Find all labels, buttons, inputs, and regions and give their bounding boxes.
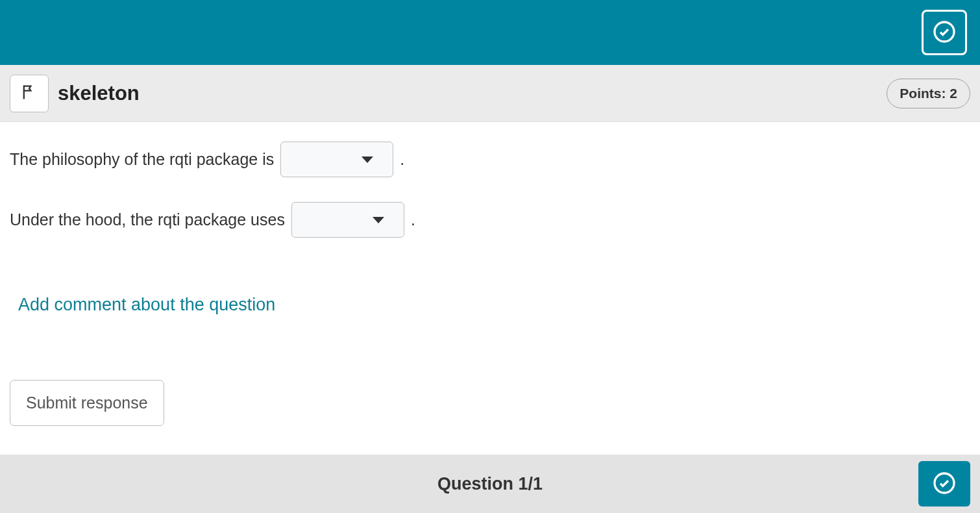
caret-down-icon (373, 217, 384, 223)
question-title: skeleton (58, 82, 140, 105)
question-header: skeleton Points: 2 (0, 65, 980, 122)
question-content: The philosophy of the rqti package is . … (0, 122, 980, 455)
finish-test-button[interactable] (922, 10, 967, 55)
top-bar (0, 0, 980, 65)
points-badge: Points: 2 (887, 79, 970, 108)
check-circle-icon (933, 20, 956, 45)
question-progress: Question 1/1 (437, 474, 543, 494)
sentence-1: The philosophy of the rqti package is . (10, 142, 970, 177)
dropdown-2[interactable] (291, 202, 404, 238)
caret-down-icon (361, 156, 373, 163)
check-circle-icon (933, 471, 956, 497)
sentence-2-text-before: Under the hood, the rqti package uses (10, 210, 285, 229)
footer-bar: Question 1/1 (0, 455, 980, 513)
sentence-2-text-after: . (411, 210, 415, 229)
footer-finish-button[interactable] (918, 461, 970, 507)
add-comment-link[interactable]: Add comment about the question (18, 295, 275, 315)
submit-response-button[interactable]: Submit response (10, 380, 164, 426)
sentence-2: Under the hood, the rqti package uses . (10, 202, 970, 238)
flag-icon (20, 83, 38, 103)
sentence-1-text-before: The philosophy of the rqti package is (10, 150, 274, 169)
flag-button[interactable] (10, 75, 49, 112)
dropdown-1[interactable] (280, 142, 393, 177)
sentence-1-text-after: . (400, 150, 404, 169)
